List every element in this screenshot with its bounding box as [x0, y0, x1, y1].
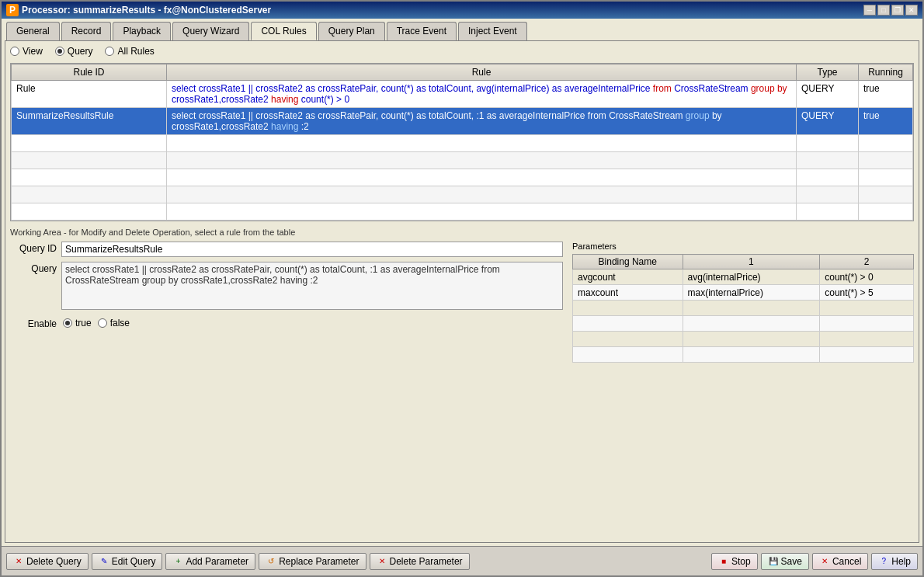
table-row[interactable] — [12, 203, 913, 221]
tab-query-plan[interactable]: Query Plan — [318, 22, 385, 40]
radio-query-label: Query — [68, 46, 93, 57]
col-rule-id: Rule ID — [12, 64, 167, 81]
delete-parameter-label: Delete Parameter — [390, 556, 463, 567]
table-row[interactable] — [12, 169, 913, 186]
cancel-button[interactable]: ✕ Cancel — [812, 553, 868, 570]
query-id-input-wrapper — [61, 242, 563, 257]
query-id-label: Query ID — [10, 242, 57, 254]
query-id-input[interactable] — [61, 242, 563, 257]
param-2-cell: count(*) > 0 — [820, 269, 914, 285]
query-label: Query — [10, 262, 57, 274]
tab-playback[interactable]: Playback — [113, 22, 171, 40]
restore-button[interactable]: ❐ — [891, 5, 904, 16]
app-icon: P — [6, 4, 19, 16]
tab-record[interactable]: Record — [61, 22, 112, 40]
query-text-selected: select crossRate1 || crossRate2 as cross… — [172, 110, 722, 132]
edit-query-icon: ✎ — [99, 556, 109, 567]
content-area: View Query All Rules Rule ID Rule Type R — [5, 40, 919, 543]
tab-general[interactable]: General — [6, 22, 60, 40]
delete-query-button[interactable]: ✕ Delete Query — [6, 553, 89, 570]
table-row[interactable] — [12, 135, 913, 152]
bottom-right-buttons: ■ Stop 💾 Save ✕ Cancel ? Help — [711, 553, 918, 570]
param-row[interactable] — [573, 301, 914, 316]
close-button[interactable]: ✕ — [905, 5, 918, 16]
enable-true-radio[interactable]: true — [63, 318, 92, 328]
param-col-binding: Binding Name — [573, 255, 683, 269]
query-id-row: Query ID — [10, 242, 563, 257]
enable-true-circle[interactable] — [63, 318, 72, 328]
param-1-cell: max(internalPrice) — [683, 285, 820, 301]
minimize-button[interactable]: ─ — [863, 5, 876, 16]
form-layout: Query ID Query select crossRate1 || cros… — [10, 242, 914, 363]
tab-inject-event[interactable]: Inject Event — [458, 22, 527, 40]
radio-all-rules-label: All Rules — [117, 46, 154, 57]
radio-query-circle[interactable] — [55, 47, 64, 56]
replace-parameter-label: Replace Parameter — [279, 556, 359, 567]
query-textarea[interactable]: select crossRate1 || crossRate2 as cross… — [61, 262, 563, 310]
enable-false-radio[interactable]: false — [98, 318, 130, 328]
add-parameter-label: Add Parameter — [186, 556, 248, 567]
cancel-label: Cancel — [832, 556, 861, 567]
help-button[interactable]: ? Help — [871, 553, 918, 570]
radio-view-label: View — [23, 46, 43, 57]
save-button[interactable]: 💾 Save — [761, 553, 809, 570]
param-1-cell: avg(internalPrice) — [683, 269, 820, 285]
table-row[interactable] — [12, 186, 913, 203]
rule-id-cell-selected: SummarizeResultsRule — [12, 108, 167, 135]
title-bar-left: P Processor: summarizeResults - fx@NonCl… — [6, 4, 271, 16]
tab-trace-event[interactable]: Trace Event — [387, 22, 457, 40]
enable-false-circle[interactable] — [98, 318, 107, 328]
tab-col-rules[interactable]: COL Rules — [251, 22, 316, 40]
col-running: Running — [859, 64, 913, 81]
type-cell-selected: QUERY — [797, 108, 859, 135]
stop-icon: ■ — [718, 556, 729, 567]
radio-view[interactable]: View — [10, 46, 43, 57]
delete-query-label: Delete Query — [26, 556, 82, 567]
param-row[interactable]: maxcount max(internalPrice) count(*) > 5 — [573, 285, 914, 301]
table-row[interactable] — [12, 152, 913, 169]
tab-bar: General Record Playback Query Wizard COL… — [2, 19, 922, 40]
param-row[interactable]: avgcount avg(internalPrice) count(*) > 0 — [573, 269, 914, 285]
param-row[interactable] — [573, 347, 914, 363]
enable-false-label: false — [110, 318, 130, 328]
rule-cell-selected: select crossRate1 || crossRate2 as cross… — [167, 108, 797, 135]
col-rule: Rule — [167, 64, 797, 81]
add-parameter-button[interactable]: + Add Parameter — [165, 553, 255, 570]
rule-cell: select crossRate1 || crossRate2 as cross… — [167, 81, 797, 108]
cancel-icon: ✕ — [819, 556, 830, 567]
delete-parameter-icon: ✕ — [377, 556, 387, 567]
title-bar: P Processor: summarizeResults - fx@NonCl… — [2, 2, 922, 19]
bottom-left-buttons: ✕ Delete Query ✎ Edit Query + Add Parame… — [6, 553, 470, 570]
param-row[interactable] — [573, 332, 914, 347]
enable-true-label: true — [75, 318, 92, 328]
tab-query-wizard[interactable]: Query Wizard — [172, 22, 249, 40]
radio-all-rules-circle[interactable] — [105, 47, 114, 56]
window-title: Processor: summarizeResults - fx@NonClus… — [22, 5, 271, 16]
table-row[interactable]: SummarizeResultsRule select crossRate1 |… — [12, 108, 913, 135]
help-icon: ? — [878, 556, 889, 567]
help-label: Help — [891, 556, 911, 567]
radio-query[interactable]: Query — [55, 46, 93, 57]
add-parameter-icon: + — [172, 556, 183, 567]
rules-table-container: Rule ID Rule Type Running Rule select cr… — [10, 63, 914, 221]
radio-view-circle[interactable] — [10, 47, 19, 56]
parameters-panel: Parameters Binding Name 1 2 avgcount — [572, 242, 914, 363]
parameters-title: Parameters — [572, 242, 914, 251]
title-buttons: ─ □ ❐ ✕ — [863, 5, 918, 16]
delete-parameter-button[interactable]: ✕ Delete Parameter — [370, 553, 470, 570]
edit-query-button[interactable]: ✎ Edit Query — [92, 553, 163, 570]
running-cell: true — [859, 81, 913, 108]
stop-button[interactable]: ■ Stop — [711, 553, 758, 570]
param-2-cell: count(*) > 5 — [820, 285, 914, 301]
form-left: Query ID Query select crossRate1 || cros… — [10, 242, 563, 363]
param-binding-cell: maxcount — [573, 285, 683, 301]
maximize-button[interactable]: □ — [877, 5, 890, 16]
enable-row: Enable true false — [10, 317, 563, 329]
query-row: Query select crossRate1 || crossRate2 as… — [10, 262, 563, 312]
table-row[interactable]: Rule select crossRate1 || crossRate2 as … — [12, 81, 913, 108]
replace-parameter-button[interactable]: ↺ Replace Parameter — [259, 553, 366, 570]
replace-parameter-icon: ↺ — [266, 556, 276, 567]
running-cell-selected: true — [859, 108, 913, 135]
param-row[interactable] — [573, 316, 914, 332]
radio-all-rules[interactable]: All Rules — [105, 46, 154, 57]
